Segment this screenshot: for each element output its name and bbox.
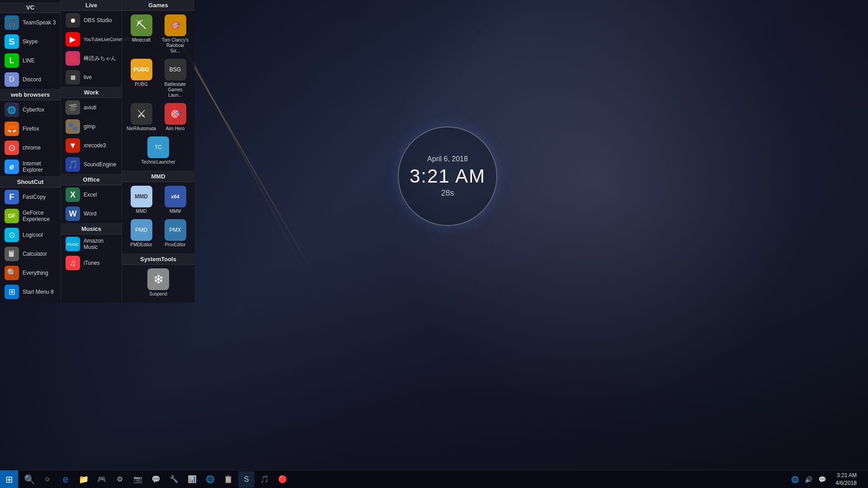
systemtools-grid: ❄ Suspend bbox=[122, 265, 194, 303]
taskbar-search[interactable]: 🔍 bbox=[21, 471, 38, 488]
app-nier[interactable]: ⚔ NieRAutomata bbox=[126, 102, 157, 133]
app-obs[interactable]: ⏺ OBS Studio bbox=[61, 11, 122, 30]
taskbar-time: 3:21 AM bbox=[835, 472, 857, 479]
app-technic[interactable]: TC TechnicLauncher bbox=[143, 135, 174, 166]
app-word[interactable]: W Word bbox=[61, 204, 122, 223]
taskbar-edge[interactable]: e bbox=[57, 471, 74, 488]
fastcopy-label: FastCopy bbox=[23, 194, 46, 200]
app-suspend[interactable]: ❄ Suspend bbox=[143, 267, 174, 298]
taskbar-item-9[interactable]: 🎵 bbox=[256, 471, 273, 488]
taskbar-item-10[interactable]: 🔴 bbox=[274, 471, 291, 488]
teamspeak-label: TeamSpeak 3 bbox=[23, 19, 56, 26]
app-live[interactable]: ▦ live bbox=[61, 68, 122, 87]
gimp-icon: 🐾 bbox=[66, 119, 80, 134]
app-soundengine[interactable]: 🎵 SoundEngine bbox=[61, 155, 122, 174]
taskbar-item-4[interactable]: 💬 bbox=[148, 471, 164, 488]
section-live-label: Live bbox=[61, 0, 122, 11]
line-icon: L bbox=[5, 53, 19, 68]
tray-action-center[interactable]: 💬 bbox=[815, 473, 829, 486]
app-yomichan[interactable]: 💋 棒読みちゃん bbox=[61, 49, 122, 68]
nier-icon: ⚔ bbox=[131, 103, 152, 125]
firefox-icon: 🦊 bbox=[5, 122, 19, 136]
app-calculator[interactable]: 🖩 Calculator bbox=[0, 244, 61, 263]
app-xrecode3[interactable]: ▼ xrecode3 bbox=[61, 136, 122, 155]
excel-label: Excel bbox=[84, 192, 97, 198]
taskbar-item-7[interactable]: 🌐 bbox=[202, 471, 218, 488]
tray-volume[interactable]: 🔊 bbox=[802, 473, 815, 486]
itunes-icon: ♫ bbox=[66, 256, 80, 270]
line-label: LINE bbox=[23, 57, 35, 64]
app-geforce[interactable]: GF GeForce Experience bbox=[0, 206, 61, 225]
app-pmdeditor[interactable]: PMD PMDEditor bbox=[126, 218, 157, 249]
section-musics-label: Musics bbox=[61, 224, 122, 235]
minecraft-icon: ⛏ bbox=[131, 14, 152, 36]
app-gimp[interactable]: 🐾 gimp bbox=[61, 117, 122, 136]
aviutl-label: aviutl bbox=[84, 104, 96, 111]
taskbar-item-5[interactable]: 🔧 bbox=[166, 471, 182, 488]
app-excel[interactable]: X Excel bbox=[61, 185, 122, 204]
yomichan-icon: 💋 bbox=[66, 51, 80, 66]
app-startmenu8[interactable]: ⊞ Start Menu 8 bbox=[0, 282, 61, 301]
app-skype[interactable]: S Skype bbox=[0, 32, 61, 51]
chrome-icon: ⊙ bbox=[5, 141, 19, 155]
app-logicool[interactable]: ⊙ Logicool bbox=[0, 225, 61, 244]
mmm-label: MMM bbox=[170, 209, 181, 214]
clock-date: April 6, 2018 bbox=[427, 155, 468, 163]
start-button[interactable]: ⊞ bbox=[0, 470, 18, 488]
taskbar-item-8[interactable]: 📋 bbox=[220, 471, 236, 488]
app-pmxeditor[interactable]: PMX PmxEditor bbox=[160, 218, 191, 249]
obs-icon: ⏺ bbox=[66, 13, 80, 28]
xrecode-label: xrecode3 bbox=[84, 142, 106, 149]
mmd-grid: MMD MMD x64 MMM PMD PMDEditor PMX bbox=[122, 182, 194, 253]
logicool-icon: ⊙ bbox=[5, 228, 19, 242]
app-ytlcv[interactable]: ▶ YouTubeLiveCommentViewer bbox=[61, 30, 122, 49]
app-pubg[interactable]: PUBG PUBG bbox=[126, 57, 157, 99]
discord-label: Discord bbox=[23, 76, 41, 83]
app-aimhero[interactable]: 🎯 Aim Hero bbox=[160, 102, 191, 133]
skype-label: Skype bbox=[23, 38, 38, 45]
app-everything[interactable]: 🔍 Everything bbox=[0, 263, 61, 282]
taskbar-tray: 🌐 🔊 💬 3:21 AM 4/6/2018 bbox=[783, 470, 868, 488]
aviutl-icon: 🎬 bbox=[66, 100, 80, 115]
right-column: Games ⛏ Minecraft 🎯 Tom Clancy's Rainbow… bbox=[122, 0, 194, 303]
taskbar-steam[interactable]: S bbox=[238, 471, 255, 488]
app-chrome[interactable]: ⊙ chrome bbox=[0, 138, 61, 157]
aimhero-icon: 🎯 bbox=[165, 103, 186, 125]
ytlcv-icon: ▶ bbox=[66, 32, 80, 47]
taskbar-item-1[interactable]: 🎮 bbox=[94, 471, 110, 488]
app-line[interactable]: L LINE bbox=[0, 51, 61, 70]
taskbar-file-explorer[interactable]: 📁 bbox=[75, 471, 92, 488]
taskbar-item-3[interactable]: 📷 bbox=[130, 471, 146, 488]
minecraft-label: Minecraft bbox=[132, 38, 151, 43]
geforce-label: GeForce Experience bbox=[23, 210, 56, 222]
word-icon: W bbox=[66, 206, 80, 221]
logicool-label: Logicool bbox=[23, 232, 43, 238]
app-minecraft[interactable]: ⛏ Minecraft bbox=[126, 13, 157, 55]
app-firefox[interactable]: 🦊 Firefox bbox=[0, 119, 61, 138]
taskbar-item-2[interactable]: ⚙ bbox=[112, 471, 128, 488]
taskbar-cortana[interactable]: ○ bbox=[39, 471, 56, 488]
app-fastcopy[interactable]: F FastCopy bbox=[0, 188, 61, 206]
section-vc-label: VC bbox=[0, 2, 61, 13]
tray-network[interactable]: 🌐 bbox=[788, 473, 802, 486]
section-games-label: Games bbox=[122, 0, 194, 11]
app-ie[interactable]: e Internet Explorer bbox=[0, 157, 61, 176]
app-tomclancy[interactable]: 🎯 Tom Clancy's Rainbow Six... bbox=[160, 13, 191, 55]
soundengine-icon: 🎵 bbox=[66, 157, 80, 172]
app-cyberfox[interactable]: 🌐 Cyberfox bbox=[0, 100, 61, 119]
app-amazon-music[interactable]: music Amazon Music bbox=[61, 235, 122, 253]
games-grid: ⛏ Minecraft 🎯 Tom Clancy's Rainbow Six..… bbox=[122, 11, 194, 171]
taskbar-clock[interactable]: 3:21 AM 4/6/2018 bbox=[829, 472, 863, 487]
app-discord[interactable]: D Discord bbox=[0, 70, 61, 89]
taskbar-item-6[interactable]: 📊 bbox=[184, 471, 200, 488]
everything-label: Everything bbox=[23, 270, 48, 276]
app-teamspeak[interactable]: 🎧 TeamSpeak 3 bbox=[0, 13, 61, 32]
geforce-icon: GF bbox=[5, 209, 19, 223]
app-battlestate[interactable]: BSG Battlestate Games Laun... bbox=[160, 57, 191, 99]
app-mmd[interactable]: MMD MMD bbox=[126, 184, 157, 216]
technic-label: TechnicLauncher bbox=[141, 160, 175, 165]
app-itunes[interactable]: ♫ iTunes bbox=[61, 253, 122, 272]
app-aviutl[interactable]: 🎬 aviutl bbox=[61, 98, 122, 117]
clock-time: 3:21 AM bbox=[410, 165, 486, 187]
app-mmm[interactable]: x64 MMM bbox=[160, 184, 191, 216]
